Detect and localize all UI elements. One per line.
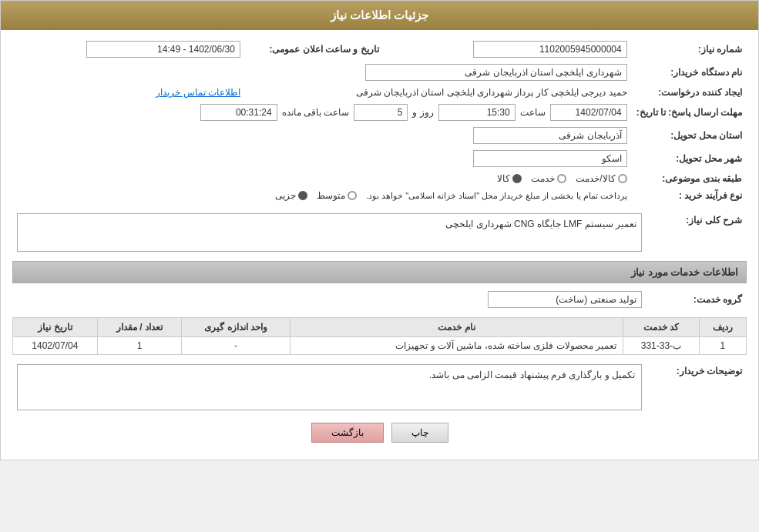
province-cell: آذربایجان شرقی (12, 124, 632, 147)
row-city: شهر محل تحویل: اسکو (12, 147, 747, 170)
buttons-row: چاپ بازگشت (12, 423, 747, 443)
category-label-khadamat: خدمت (531, 173, 555, 184)
category-option-kala-khadamat: کالا/خدمت (576, 173, 626, 184)
services-section-header: اطلاعات خدمات مورد نیاز (12, 261, 747, 283)
purchase-type-label: نوع فرآیند خرید : (632, 187, 747, 204)
response-deadline-cell: 1402/07/04 ساعت 15:30 روز و 5 ساعت باقی … (12, 101, 632, 124)
content-area: شماره نیاز: 1102005945000004 تاریخ و ساع… (1, 30, 758, 460)
services-table-body: 1 ب-33-331 تعمیر محصولات فلزی ساخته شده،… (13, 337, 747, 355)
buyer-org-value: شهرداری ایلخچی استان اذربایجان شرقی (365, 64, 627, 81)
purchase-note: پرداخت تمام یا بخشی از مبلغ خریداز محل "… (366, 191, 627, 201)
category-radio-kala-khadamat (618, 174, 627, 183)
row-description: شرح کلی نیاز: تعمیر سیستم LMF جایگاه CNG… (12, 210, 747, 255)
response-remaining-label: ساعت باقی مانده (282, 107, 350, 118)
category-option-kala: کالا (497, 173, 522, 184)
deadline-row-flex: 1402/07/04 ساعت 15:30 روز و 5 ساعت باقی … (17, 104, 627, 121)
need-number-cell: 1102005945000004 (399, 38, 632, 61)
row-buyer-org: نام دستگاه خریدار: شهرداری ایلخچی استان … (12, 61, 747, 84)
cell-service-code: ب-33-331 (623, 337, 700, 355)
buyer-notes-table: توضیحات خریدار: تکمیل و بارگذاری فرم پیش… (12, 361, 747, 413)
category-radio-kala (512, 174, 522, 183)
creator-cell: حمید دیرجی ایلخچی کار پرداز شهرداری ایلخ… (245, 84, 632, 101)
row-deadline: مهلت ارسال پاسخ: تا تاریخ: 1402/07/04 سا… (12, 101, 747, 124)
purchase-option-jozii: جزیی (275, 190, 307, 201)
row-buyer-notes: توضیحات خریدار: تکمیل و بارگذاری فرم پیش… (12, 361, 747, 413)
row-creator: ایجاد کننده درخواست: حمید دیرجی ایلخچی ک… (12, 84, 747, 101)
province-label: استان محل تحویل: (632, 124, 747, 147)
contact-link[interactable]: اطلاعات تماس خریدار (156, 87, 240, 98)
creator-label: ایجاد کننده درخواست: (632, 84, 747, 101)
announce-datetime-cell: 1402/06/30 - 14:49 (12, 38, 245, 61)
city-label: شهر محل تحویل: (632, 147, 747, 170)
response-deadline-label: مهلت ارسال پاسخ: تا تاریخ: (632, 101, 747, 124)
city-cell: اسکو (12, 147, 632, 170)
buyer-org-cell: شهرداری ایلخچی استان اذربایجان شرقی (12, 61, 632, 84)
response-time: 15:30 (438, 104, 516, 121)
page-title: جزئیات اطلاعات نیاز (331, 8, 428, 22)
back-button[interactable]: بازگشت (311, 423, 384, 443)
row-category: طبقه بندی موضوعی: کالا/خدمت خدمت (12, 170, 747, 187)
purchase-radio-jozii (298, 191, 307, 200)
purchase-type-cell: پرداخت تمام یا بخشی از مبلغ خریداز محل "… (12, 187, 632, 204)
cell-row-num: 1 (699, 337, 746, 355)
services-table-head: ردیف کد خدمت نام خدمت واحد اندازه گیری ت… (13, 318, 747, 337)
page-wrapper: جزئیات اطلاعات نیاز شماره نیاز: 11020059… (0, 0, 759, 460)
table-row: 1 ب-33-331 تعمیر محصولات فلزی ساخته شده،… (13, 337, 747, 355)
service-group-table: گروه خدمت: تولید صنعتی (ساخت) (12, 288, 747, 311)
purchase-label-motavasset: متوسط (317, 190, 345, 201)
category-radio-khadamat (557, 174, 566, 183)
col-quantity: تعداد / مقدار (97, 318, 182, 337)
need-number-label: شماره نیاز: (632, 38, 747, 61)
buyer-notes-label: توضیحات خریدار: (646, 361, 747, 413)
response-date: 1402/07/04 (550, 104, 627, 121)
service-group-value: تولید صنعتی (ساخت) (488, 291, 642, 308)
description-label: شرح کلی نیاز: (646, 210, 747, 255)
print-button[interactable]: چاپ (391, 423, 448, 443)
service-group-cell: تولید صنعتی (ساخت) (12, 288, 646, 311)
response-remaining: 00:31:24 (200, 104, 277, 121)
purchase-option-motavasset: متوسط (317, 190, 357, 201)
category-radio-group: کالا/خدمت خدمت کالا (17, 173, 627, 184)
province-value: آذربایجان شرقی (473, 127, 627, 144)
col-date: تاریخ نیاز (13, 318, 98, 337)
creator-value: حمید دیرجی ایلخچی کار پرداز شهرداری ایلخ… (356, 87, 627, 98)
announce-label: تاریخ و ساعت اعلان عمومی: (245, 38, 384, 61)
col-unit: واحد اندازه گیری (182, 318, 290, 337)
description-value: تعمیر سیستم LMF جایگاه CNG شهرداری ایلخچ… (17, 213, 642, 252)
buyer-org-label: نام دستگاه خریدار: (632, 61, 747, 84)
col-service-code: کد خدمت (623, 318, 700, 337)
cell-date: 1402/07/04 (13, 337, 98, 355)
purchase-radio-group: پرداخت تمام یا بخشی از مبلغ خریداز محل "… (17, 190, 627, 201)
description-table: شرح کلی نیاز: تعمیر سیستم LMF جایگاه CNG… (12, 210, 747, 255)
services-data-table: ردیف کد خدمت نام خدمت واحد اندازه گیری ت… (12, 317, 747, 355)
cell-quantity: 1 (97, 337, 182, 355)
cell-service-name: تعمیر محصولات فلزی ساخته شده، ماشین آلات… (290, 337, 623, 355)
cell-unit: - (182, 337, 290, 355)
col-row-num: ردیف (699, 318, 746, 337)
page-header: جزئیات اطلاعات نیاز (1, 1, 758, 30)
services-header-row: ردیف کد خدمت نام خدمت واحد اندازه گیری ت… (13, 318, 747, 337)
buyer-notes-value: تکمیل و بارگذاری فرم پیشنهاد قیمت الزامی… (17, 364, 642, 410)
row-service-group: گروه خدمت: تولید صنعتی (ساخت) (12, 288, 747, 311)
city-value: اسکو (473, 150, 627, 167)
category-cell: کالا/خدمت خدمت کالا (12, 170, 632, 187)
row-purchase-type: نوع فرآیند خرید : پرداخت تمام یا بخشی از… (12, 187, 747, 204)
announce-datetime: 1402/06/30 - 14:49 (86, 41, 240, 58)
row-need-number: شماره نیاز: 1102005945000004 تاریخ و ساع… (12, 38, 747, 61)
category-option-khadamat: خدمت (531, 173, 566, 184)
row-province: استان محل تحویل: آذربایجان شرقی (12, 124, 747, 147)
service-group-label: گروه خدمت: (646, 288, 747, 311)
col-service-name: نام خدمت (290, 318, 623, 337)
response-days: 5 (354, 104, 408, 121)
response-days-label: روز و (412, 107, 433, 118)
purchase-label-jozii: جزیی (275, 190, 296, 201)
category-label: طبقه بندی موضوعی: (632, 170, 747, 187)
main-info-table: شماره نیاز: 1102005945000004 تاریخ و ساع… (12, 38, 747, 204)
category-label-kala-khadamat: کالا/خدمت (576, 173, 615, 184)
purchase-radio-motavasset (348, 191, 357, 200)
need-number-value: 1102005945000004 (473, 41, 627, 58)
category-label-kala: کالا (497, 173, 510, 184)
description-cell: تعمیر سیستم LMF جایگاه CNG شهرداری ایلخچ… (12, 210, 646, 255)
response-time-label: ساعت (520, 107, 546, 118)
buyer-notes-cell: تکمیل و بارگذاری فرم پیشنهاد قیمت الزامی… (12, 361, 646, 413)
